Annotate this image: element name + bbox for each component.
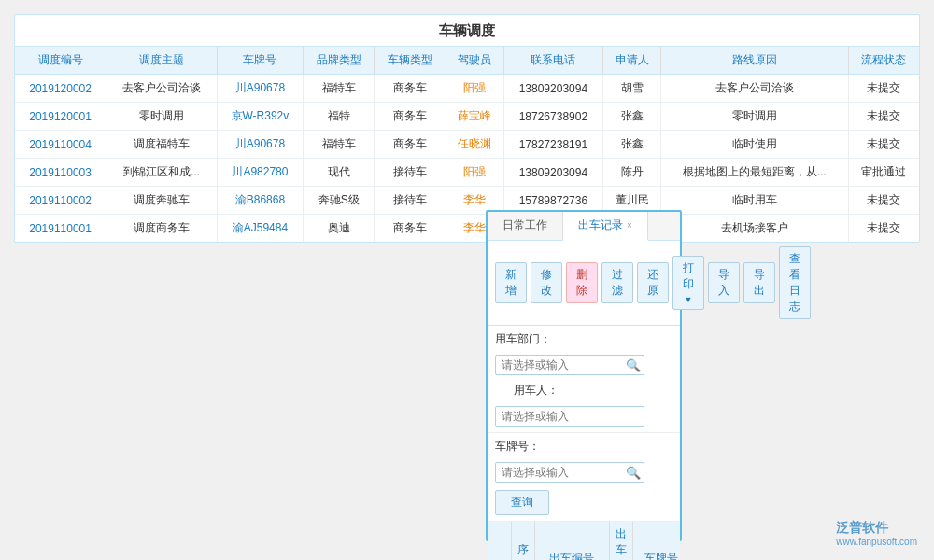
table-cell: 福特车 xyxy=(304,131,375,159)
bottom-col-header: 出车主题 xyxy=(609,522,632,560)
table-row: 2019120002去客户公司洽谈川A90678福特车商务车阳强13809203… xyxy=(15,75,919,103)
table-cell: 未提交 xyxy=(848,75,919,103)
table-cell: 去客户公司洽谈 xyxy=(661,75,849,103)
table-cell[interactable]: 2019120001 xyxy=(15,103,106,131)
table-cell[interactable]: 川A90678 xyxy=(217,131,303,159)
top-col-header: 车牌号 xyxy=(217,47,303,75)
table-cell[interactable]: 渝B86868 xyxy=(217,187,303,215)
top-schedule-section: 车辆调度 调度编号调度主题车牌号品牌类型车辆类型驾驶员联系电话申请人路线原因流程… xyxy=(14,14,920,243)
table-cell[interactable]: 任晓渊 xyxy=(446,131,503,159)
bottom-col-checkbox xyxy=(488,522,512,560)
plate-search-icon[interactable]: 🔍 xyxy=(626,466,641,480)
table-row: 2019120001零时调用京W-R392v福特商务车薛宝峰1872673890… xyxy=(15,103,919,131)
table-cell: 调度福特车 xyxy=(106,131,218,159)
table-cell: 零时调用 xyxy=(106,103,218,131)
dept-input[interactable] xyxy=(495,355,644,375)
table-cell[interactable]: 川A982780 xyxy=(217,159,303,187)
table-row: 2019110002调度奔驰车渝B86868奔驰S级接待车李华157898727… xyxy=(15,187,919,215)
table-cell: 未提交 xyxy=(848,131,919,159)
top-col-header: 品牌类型 xyxy=(304,47,375,75)
top-col-header: 调度主题 xyxy=(106,47,218,75)
table-cell: 零时调用 xyxy=(661,103,849,131)
dept-label: 用车部门： xyxy=(495,331,551,347)
bottom-col-header: 车牌号 xyxy=(632,522,680,560)
user-input-wrap xyxy=(495,406,644,427)
table-cell: 接待车 xyxy=(375,159,446,187)
table-cell[interactable]: 2019110003 xyxy=(15,159,106,187)
top-section-title: 车辆调度 xyxy=(15,15,919,47)
table-cell[interactable]: 阳强 xyxy=(446,75,503,103)
plate-input[interactable] xyxy=(495,462,644,483)
table-cell[interactable]: 薛宝峰 xyxy=(446,103,503,131)
dept-search-icon[interactable]: 🔍 xyxy=(626,358,641,372)
plate-label: 车牌号： xyxy=(495,439,540,455)
top-col-header: 车辆类型 xyxy=(375,47,446,75)
table-cell: 商务车 xyxy=(375,131,446,159)
top-col-header: 驾驶员 xyxy=(446,47,503,75)
bottom-section: 日常工作出车记录× 新增修改删除过滤还原打印导入导出查看日志 用车部门： 🔍 用… xyxy=(486,210,682,541)
table-cell: 奥迪 xyxy=(304,215,375,243)
schedule-table: 调度编号调度主题车牌号品牌类型车辆类型驾驶员联系电话申请人路线原因流程状态 20… xyxy=(15,47,919,242)
table-cell: 胡雪 xyxy=(602,75,660,103)
filter-row-2: 车牌号： 🔍 查询 xyxy=(488,433,680,522)
toolbar-btn-查看日志[interactable]: 查看日志 xyxy=(779,246,811,319)
table-cell: 调度奔驰车 xyxy=(106,187,218,215)
top-col-header: 联系电话 xyxy=(503,47,602,75)
table-cell: 未提交 xyxy=(848,215,919,243)
table-cell[interactable]: 渝AJ59484 xyxy=(217,215,303,243)
toolbar-btn-导出[interactable]: 导出 xyxy=(743,262,775,303)
table-cell: 去机场接客户 xyxy=(661,215,849,243)
table-cell[interactable]: 2019110002 xyxy=(15,187,106,215)
table-cell: 福特 xyxy=(304,103,375,131)
table-cell[interactable]: 阳强 xyxy=(446,159,503,187)
table-row: 2019110003到锦江区和成...川A982780现代接待车阳强138092… xyxy=(15,159,919,187)
watermark: 泛普软件 www.fanpusoft.com xyxy=(836,520,917,547)
bottom-col-header: 序号 xyxy=(512,522,535,560)
tab-item-1[interactable]: 出车记录× xyxy=(563,212,648,241)
table-cell: 商务车 xyxy=(375,215,446,243)
table-cell[interactable]: 川A90678 xyxy=(217,75,303,103)
toolbar-btn-新增[interactable]: 新增 xyxy=(495,262,527,303)
table-cell: 到锦江区和成... xyxy=(106,159,218,187)
table-cell: 未提交 xyxy=(848,103,919,131)
dept-input-wrap: 🔍 xyxy=(495,355,644,375)
table-cell: 18726738902 xyxy=(503,103,602,131)
tab-close-icon[interactable]: × xyxy=(627,220,632,231)
table-cell[interactable]: 2019120002 xyxy=(15,75,106,103)
query-button[interactable]: 查询 xyxy=(495,490,549,515)
toolbar-btn-打印[interactable]: 打印 xyxy=(672,256,704,310)
table-cell: 张鑫 xyxy=(602,131,660,159)
top-col-header: 申请人 xyxy=(602,47,660,75)
table-cell: 调度商务车 xyxy=(106,215,218,243)
table-cell: 接待车 xyxy=(375,187,446,215)
table-cell[interactable]: 2019110004 xyxy=(15,131,106,159)
table-cell: 13809203094 xyxy=(503,159,602,187)
toolbar-btn-修改[interactable]: 修改 xyxy=(531,262,562,303)
tabs-bar: 日常工作出车记录× xyxy=(488,212,680,241)
table-cell: 临时使用 xyxy=(661,131,849,159)
top-col-header: 路线原因 xyxy=(661,47,849,75)
toolbar-btn-过滤[interactable]: 过滤 xyxy=(601,262,633,303)
user-input[interactable] xyxy=(495,406,644,427)
watermark-url: www.fanpusoft.com xyxy=(836,537,917,547)
table-cell: 根据地图上的最短距离，从... xyxy=(661,159,849,187)
table-cell[interactable]: 京W-R392v xyxy=(217,103,303,131)
bottom-table: 序号出车编号出车主题车牌号品牌类型车辆类型驾驶员 12019120002外出采购… xyxy=(488,522,680,560)
tab-item-0[interactable]: 日常工作 xyxy=(488,212,563,240)
table-cell: 现代 xyxy=(304,159,375,187)
table-cell: 福特车 xyxy=(304,75,375,103)
table-cell: 商务车 xyxy=(375,75,446,103)
top-col-header: 流程状态 xyxy=(848,47,919,75)
top-col-header: 调度编号 xyxy=(15,47,106,75)
toolbar-btn-导入[interactable]: 导入 xyxy=(708,262,740,303)
table-cell: 去客户公司洽谈 xyxy=(106,75,218,103)
table-cell: 商务车 xyxy=(375,103,446,131)
toolbar-btn-还原[interactable]: 还原 xyxy=(637,262,669,303)
table-cell: 奔驰S级 xyxy=(304,187,375,215)
user-label: 用车人： xyxy=(514,383,559,399)
table-cell: 13809203094 xyxy=(503,75,602,103)
table-cell[interactable]: 2019110001 xyxy=(15,215,106,243)
bottom-col-header: 出车编号 xyxy=(535,522,610,560)
toolbar-btn-删除[interactable]: 删除 xyxy=(566,262,598,303)
filter-row-1: 用车部门： 🔍 用车人： xyxy=(488,326,680,433)
